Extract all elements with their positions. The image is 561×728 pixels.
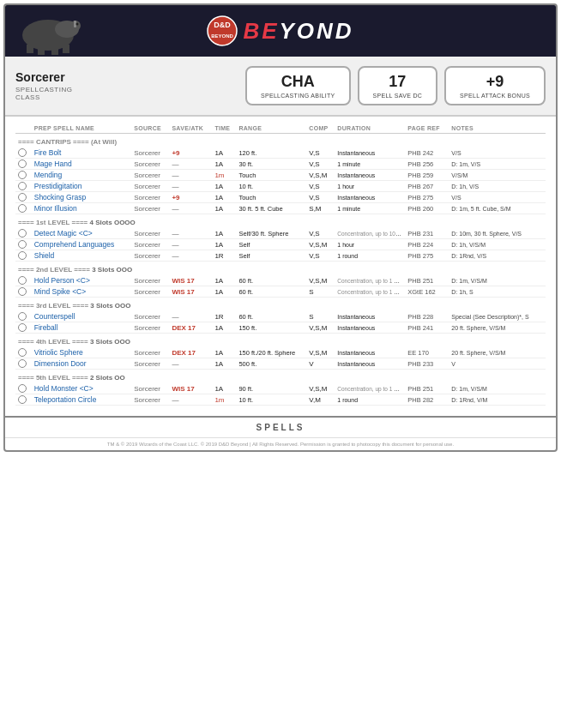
spell-page: PHB 259 [405,170,449,181]
spell-source: Sorcerer [131,203,169,214]
spell-page: PHB 242 [405,147,449,159]
spell-page: PHB 251 [405,275,449,286]
table-row: Vitriolic SphereSorcererDEX 171A150 ft./… [15,347,546,358]
spell-attack-bonus-box: +9 SPELL ATTACK BONUS [444,66,546,105]
spell-range: 150 ft. [236,322,306,334]
spell-save-atk: — [169,311,212,322]
spell-prepared-circle[interactable] [15,228,32,239]
spell-name: Comprehend Languages [32,239,132,250]
spell-range: Self [236,239,306,250]
spell-prepared-circle[interactable] [15,159,32,170]
spell-name: Mind Spike <C> [32,286,132,298]
table-row: Mage HandSorcerer—1A30 ft.V,S1 minutePHB… [15,159,546,170]
spell-name: Fireball [32,322,132,334]
spell-notes: Special (See Description)*, S [449,311,546,322]
table-row: Shocking GraspSorcerer+91ATouchV,SInstan… [15,192,546,203]
spell-prepared-circle[interactable] [15,192,32,203]
spell-time: 1A [212,322,236,334]
svg-text:D&D: D&D [214,21,232,29]
spell-prepared-circle[interactable] [15,181,32,192]
spell-notes: D: 1h, V/S/M [449,239,546,250]
spell-name: Dimension Door [32,358,132,370]
spell-save-atk: +9 [169,147,212,159]
class-label: SPELLCASTING CLASS [15,86,101,101]
spell-comp: V,S [306,181,335,192]
footer-label: SPELLS [5,416,556,437]
spell-save-atk: WIS 17 [169,286,212,298]
spell-page: EE 170 [405,347,449,358]
spell-source: Sorcerer [131,322,169,334]
spell-prepared-circle[interactable] [15,147,32,159]
spell-notes: D: 1h, S [449,286,546,298]
spell-comp: V,S,M [306,322,335,334]
spell-duration: Concentration, up to 10 minutes [335,228,405,239]
spell-page: PHB 275 [405,250,449,262]
spell-page: PHB 282 [405,394,449,406]
rhino-decoration [14,5,82,57]
col-range: RANGE [236,123,306,134]
spell-prepared-circle[interactable] [15,322,32,334]
table-row: CounterspellSorcerer—1R60 ft.SInstantane… [15,311,546,322]
table-row: FireballSorcererDEX 171A150 ft.V,S,MInst… [15,322,546,334]
spell-prepared-circle[interactable] [15,203,32,214]
spell-comp: S [306,311,335,322]
spell-prepared-circle[interactable] [15,347,32,358]
spell-table: PREP SPELL NAME SOURCE SAVE/ATK TIME RAN… [15,123,546,406]
col-time: TIME [212,123,236,134]
svg-rect-5 [63,45,69,53]
table-row: Comprehend LanguagesSorcerer—1ASelfV,S,M… [15,239,546,250]
spell-prepared-circle[interactable] [15,250,32,262]
spell-save-atk: — [169,228,212,239]
spell-prepared-circle[interactable] [15,286,32,298]
spell-prepared-circle[interactable] [15,358,32,370]
spell-time: 1R [212,250,236,262]
col-page: PAGE REF [405,123,449,134]
spell-range: 60 ft. [236,286,306,298]
spell-prepared-circle[interactable] [15,275,32,286]
spell-prepared-circle[interactable] [15,394,32,406]
spell-range: 60 ft. [236,311,306,322]
spell-comp: V,S,M [306,239,335,250]
spell-prepared-circle[interactable] [15,170,32,181]
col-comp: COMP [306,123,335,134]
spell-section-header: ==== 3rd LEVEL ==== 3 Slots OOO [15,298,546,312]
spell-comp: V,S [306,159,335,170]
col-notes: NOTES [449,123,546,134]
spell-save-atk: — [169,239,212,250]
spell-range: 500 ft. [236,358,306,370]
spellcasting-stats: CHA SPELLCASTING ABILITY 17 SPELL SAVE D… [245,66,546,105]
spell-prepared-circle[interactable] [15,311,32,322]
spell-comp: V,S [306,147,335,159]
spell-time: 1A [212,147,236,159]
spell-prepared-circle[interactable] [15,239,32,250]
spell-prepared-circle[interactable] [15,383,32,394]
svg-rect-3 [38,46,45,55]
spell-duration: 1 round [335,250,405,262]
spell-duration: Concentration, up to 1 hour [335,286,405,298]
spell-comp: V,S [306,250,335,262]
spell-duration: Instantaneous [335,311,405,322]
spell-duration: Instantaneous [335,322,405,334]
spellcasting-bar: Sorcerer SPELLCASTING CLASS CHA SPELLCAS… [5,57,556,117]
spell-notes: D: 10m, 30 ft. Sphere, V/S [449,228,546,239]
spell-name: Teleportation Circle [32,394,132,406]
spell-range: Self/30 ft. Sphere [236,228,306,239]
spell-range: 30 ft. [236,159,306,170]
spell-duration: Instantaneous [335,347,405,358]
spell-time: 1A [212,347,236,358]
spell-notes: V/S/M [449,170,546,181]
spell-duration: Instantaneous [335,170,405,181]
spell-duration: 1 hour [335,239,405,250]
spell-name: Prestidigitation [32,181,132,192]
spell-time: 1A [212,275,236,286]
spell-notes: V [449,358,546,370]
spell-name: Fire Bolt [32,147,132,159]
spell-name: Mage Hand [32,159,132,170]
spell-range: 30 ft. 5 ft. Cube [236,203,306,214]
spell-comp: V,S,M [306,347,335,358]
spell-time: 1m [212,170,236,181]
spell-page: PHB 233 [405,358,449,370]
spell-save-atk: — [169,250,212,262]
spell-range: 90 ft. [236,383,306,394]
spell-save-atk: WIS 17 [169,383,212,394]
